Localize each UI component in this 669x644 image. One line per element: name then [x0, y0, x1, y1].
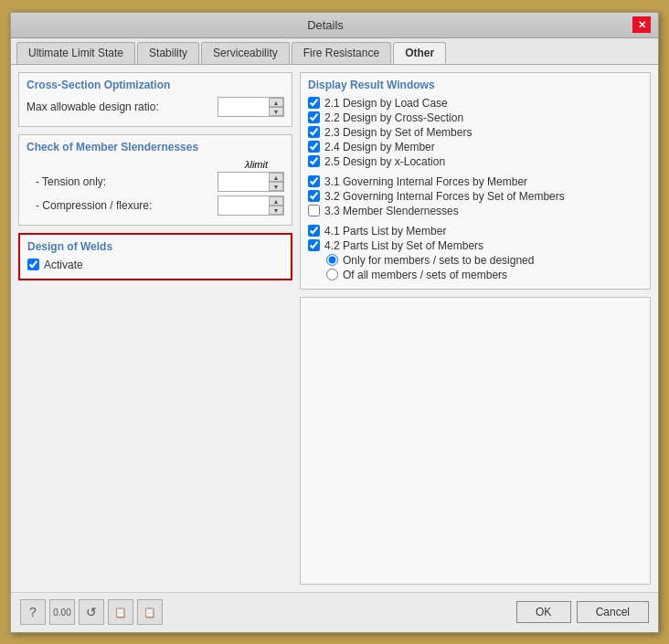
tab-bar: Ultimate Limit State Stability Serviceab… — [11, 38, 658, 65]
tab-serviceability[interactable]: Serviceability — [201, 42, 290, 64]
max-ratio-spinners: ▲ ▼ — [269, 98, 283, 116]
checkbox-2-3[interactable] — [308, 126, 320, 138]
empty-result-box — [300, 297, 651, 585]
radio-label-2: Of all members / sets of members — [343, 269, 507, 281]
cross-section-section: Cross-Section Optimization Max allowable… — [18, 72, 292, 127]
max-ratio-down[interactable]: ▼ — [269, 107, 283, 116]
compression-spinners: ▲ ▼ — [269, 196, 283, 215]
max-ratio-label: Max allowable design ratio: — [27, 100, 218, 113]
checkbox-3-1[interactable] — [308, 175, 320, 187]
copy-button-1[interactable]: 📋 — [108, 599, 133, 625]
checkbox-3-3[interactable] — [308, 205, 320, 216]
lambda-limit-label: λlimit — [245, 159, 268, 170]
label-3-3: 3.3 Member Slendernesses — [324, 205, 459, 217]
tension-row: - Tension only: 300 ▲ ▼ — [27, 172, 284, 192]
checkbox-4-1[interactable] — [308, 225, 320, 237]
slenderness-title: Check of Member Slendernesses — [27, 141, 284, 153]
display-result-title: Display Result Windows — [308, 79, 642, 91]
compression-input[interactable]: 200 ▲ ▼ — [218, 195, 284, 216]
radio-all-members[interactable] — [326, 269, 338, 280]
radio-row-1: Only for members / sets to be designed — [326, 254, 642, 267]
max-ratio-input[interactable]: 1.000 ▲ ▼ — [218, 97, 284, 117]
footer: ? 0.00 ↺ 📋 📋 OK Cancel — [11, 592, 658, 632]
checkbox-2-4[interactable] — [308, 141, 320, 153]
title-bar: Details ✕ — [11, 13, 658, 38]
footer-action-buttons: OK Cancel — [516, 601, 649, 623]
tension-field[interactable]: 300 — [218, 174, 269, 190]
main-content: Cross-Section Optimization Max allowable… — [11, 65, 658, 592]
compression-up[interactable]: ▲ — [269, 196, 283, 206]
compression-row: - Compression / flexure: 200 ▲ ▼ — [27, 195, 284, 216]
left-panel: Cross-Section Optimization Max allowable… — [18, 72, 292, 585]
checkbox-2-1[interactable] — [308, 97, 320, 109]
activate-row: Activate — [27, 259, 283, 271]
checkbox-2-2[interactable] — [308, 111, 320, 123]
slenderness-section: Check of Member Slendernesses λlimit - T… — [18, 134, 292, 226]
checkbox-2-5[interactable] — [308, 155, 320, 167]
tab-fire-resistance[interactable]: Fire Resistance — [292, 42, 391, 64]
design-welds-title: Design of Welds — [27, 240, 283, 253]
label-2-2: 2.2 Design by Cross-Section — [324, 111, 463, 124]
label-2-3: 2.3 Design by Set of Members — [324, 126, 472, 139]
checkbox-4-2[interactable] — [308, 239, 320, 251]
value-button[interactable]: 0.00 — [49, 599, 75, 625]
result-item-2-3: 2.3 Design by Set of Members — [308, 126, 642, 139]
footer-icon-group: ? 0.00 ↺ 📋 📋 — [20, 599, 163, 625]
right-panel: Display Result Windows 2.1 Design by Loa… — [300, 72, 651, 585]
max-ratio-up[interactable]: ▲ — [269, 98, 283, 107]
tab-stability[interactable]: Stability — [137, 42, 199, 64]
result-item-4-1: 4.1 Parts List by Member — [308, 225, 642, 238]
activate-label: Activate — [44, 259, 83, 271]
display-result-section: Display Result Windows 2.1 Design by Loa… — [300, 72, 651, 290]
design-welds-section: Design of Welds Activate — [18, 233, 292, 280]
tension-down[interactable]: ▼ — [269, 182, 283, 191]
compression-down[interactable]: ▼ — [269, 206, 283, 215]
cancel-button[interactable]: Cancel — [577, 601, 649, 623]
tension-up[interactable]: ▲ — [269, 173, 283, 182]
dialog: Details ✕ Ultimate Limit State Stability… — [10, 12, 659, 633]
label-2-5: 2.5 Design by x-Location — [324, 155, 445, 168]
label-4-1: 4.1 Parts List by Member — [324, 225, 446, 238]
result-item-3-1: 3.1 Governing Internal Forces by Member — [308, 175, 642, 188]
label-2-4: 2.4 Design by Member — [324, 141, 435, 153]
slenderness-header: λlimit — [27, 159, 284, 170]
compression-label: - Compression / flexure: — [27, 199, 218, 212]
radio-row-2: Of all members / sets of members — [326, 269, 642, 281]
result-item-2-2: 2.2 Design by Cross-Section — [308, 111, 642, 124]
cross-section-title: Cross-Section Optimization — [27, 79, 284, 91]
compression-field[interactable]: 200 — [218, 197, 269, 214]
tension-label: - Tension only: — [27, 175, 218, 188]
tab-ultimate-limit-state[interactable]: Ultimate Limit State — [16, 42, 135, 64]
copy-button-2[interactable]: 📋 — [137, 599, 163, 625]
activate-checkbox[interactable] — [27, 259, 39, 270]
checkbox-3-2[interactable] — [308, 190, 320, 202]
tension-input[interactable]: 300 ▲ ▼ — [218, 172, 284, 192]
label-2-1: 2.1 Design by Load Case — [324, 97, 448, 110]
reset-button[interactable]: ↺ — [79, 599, 104, 625]
label-4-2: 4.2 Parts List by Set of Members — [324, 239, 483, 252]
close-button[interactable]: ✕ — [632, 16, 651, 33]
max-ratio-field[interactable]: 1.000 — [218, 99, 269, 115]
label-3-2: 3.2 Governing Internal Forces by Set of … — [324, 190, 565, 203]
tab-other[interactable]: Other — [393, 42, 446, 64]
result-item-3-2: 3.2 Governing Internal Forces by Set of … — [308, 190, 642, 203]
result-item-3-3: 3.3 Member Slendernesses — [308, 205, 642, 217]
result-item-2-5: 2.5 Design by x-Location — [308, 155, 642, 168]
ok-button[interactable]: OK — [516, 601, 571, 623]
max-ratio-row: Max allowable design ratio: 1.000 ▲ ▼ — [27, 97, 284, 117]
result-item-2-1: 2.1 Design by Load Case — [308, 97, 642, 110]
help-button[interactable]: ? — [20, 599, 46, 625]
radio-label-1: Only for members / sets to be designed — [343, 254, 534, 267]
radio-members-designed[interactable] — [326, 254, 338, 266]
dialog-title: Details — [18, 18, 632, 32]
tension-spinners: ▲ ▼ — [269, 173, 283, 191]
result-item-2-4: 2.4 Design by Member — [308, 141, 642, 153]
label-3-1: 3.1 Governing Internal Forces by Member — [324, 175, 527, 188]
result-item-4-2: 4.2 Parts List by Set of Members — [308, 239, 642, 252]
